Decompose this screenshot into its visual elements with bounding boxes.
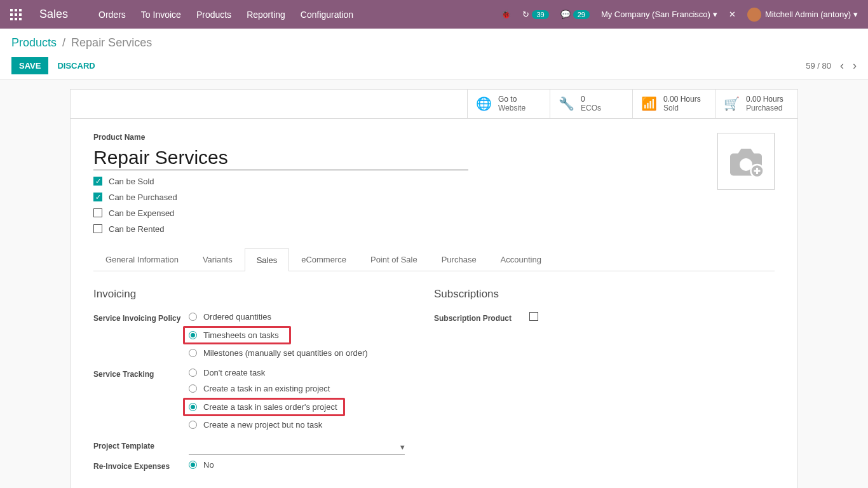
- tab-general[interactable]: General Information: [93, 248, 191, 271]
- tab-pos[interactable]: Point of Sale: [358, 248, 430, 271]
- radio-timesheets[interactable]: [189, 331, 197, 339]
- main-navbar: Sales Orders To Invoice Products Reporti…: [0, 0, 868, 29]
- radio-so-project[interactable]: [189, 403, 197, 411]
- messages-icon[interactable]: 💬29: [560, 10, 590, 19]
- nav-reporting[interactable]: Reporting: [247, 10, 285, 20]
- stat-bar: 🌐Go toWebsite 🔧0ECOs 📶0.00 HoursSold 🛒0.…: [71, 90, 797, 119]
- product-image-placeholder[interactable]: [717, 133, 775, 190]
- cart-icon: 🛒: [723, 96, 740, 111]
- breadcrumb-current: Repair Services: [71, 36, 152, 49]
- radio-new-project[interactable]: [189, 421, 197, 429]
- radio-milestones[interactable]: [189, 349, 197, 357]
- avatar: [747, 8, 761, 22]
- globe-icon: 🌐: [475, 96, 492, 111]
- apps-icon[interactable]: [10, 9, 22, 20]
- bars-icon: 📶: [641, 96, 657, 111]
- app-brand[interactable]: Sales: [39, 8, 68, 21]
- pager-next-icon[interactable]: ›: [853, 59, 857, 72]
- radio-reinvoice-no[interactable]: [189, 461, 197, 469]
- bug-icon[interactable]: 🐞: [501, 10, 511, 19]
- breadcrumb-root[interactable]: Products: [11, 36, 57, 49]
- subscription-product-label: Subscription Product: [434, 312, 529, 323]
- can-purchased-label: Can be Purchased: [109, 193, 177, 202]
- radio-no-task[interactable]: [189, 369, 197, 377]
- radio-existing-project[interactable]: [189, 384, 197, 393]
- settings-icon[interactable]: ✕: [729, 10, 736, 19]
- control-panel: Products / Repair Services SAVE DISCARD …: [0, 29, 868, 80]
- checkbox-can-expensed[interactable]: [93, 208, 102, 217]
- activities-icon[interactable]: ↻39: [522, 10, 548, 19]
- stat-website[interactable]: 🌐Go toWebsite: [467, 90, 550, 118]
- tab-ecommerce[interactable]: eCommerce: [289, 248, 358, 271]
- tab-sales[interactable]: Sales: [245, 248, 290, 271]
- wrench-icon: 🔧: [558, 96, 574, 111]
- can-sold-label: Can be Sold: [109, 177, 154, 186]
- product-name-label: Product Name: [93, 133, 717, 142]
- tab-variants[interactable]: Variants: [191, 248, 245, 271]
- project-template-select[interactable]: ▾: [189, 440, 405, 455]
- tab-purchase[interactable]: Purchase: [430, 248, 489, 271]
- stat-ecos[interactable]: 🔧0ECOs: [550, 90, 632, 118]
- pager: 59 / 80 ‹ ›: [806, 59, 857, 72]
- reinvoice-label: Re-Invoice Expenses: [93, 460, 189, 476]
- save-button[interactable]: SAVE: [11, 57, 48, 74]
- checkbox-can-purchased[interactable]: [93, 193, 102, 201]
- camera-icon: [727, 146, 765, 177]
- invoicing-title: Invoicing: [93, 288, 434, 301]
- tabs: General Information Variants Sales eComm…: [93, 248, 775, 271]
- company-switch[interactable]: My Company (San Francisco)▾: [601, 10, 717, 19]
- tab-accounting[interactable]: Accounting: [489, 248, 553, 271]
- stat-sold[interactable]: 📶0.00 HoursSold: [632, 90, 715, 118]
- pager-text: 59 / 80: [806, 61, 831, 71]
- checkbox-can-sold[interactable]: [93, 177, 102, 186]
- nav-configuration[interactable]: Configuration: [301, 10, 353, 20]
- checkbox-can-rented[interactable]: [93, 224, 102, 233]
- discard-button[interactable]: DISCARD: [57, 61, 95, 71]
- pager-prev-icon[interactable]: ‹: [840, 59, 844, 72]
- stat-purchased[interactable]: 🛒0.00 HoursPurchased: [715, 90, 797, 118]
- checkbox-subscription[interactable]: [529, 312, 538, 321]
- nav-orders[interactable]: Orders: [98, 10, 126, 20]
- breadcrumb: Products / Repair Services: [11, 36, 857, 50]
- nav-products[interactable]: Products: [196, 10, 231, 20]
- service-tracking-label: Service Tracking: [93, 368, 189, 436]
- subscriptions-title: Subscriptions: [434, 288, 775, 301]
- project-template-label: Project Template: [93, 440, 189, 455]
- can-rented-label: Can be Rented: [109, 224, 164, 234]
- product-name-input[interactable]: [93, 144, 468, 170]
- form-sheet: 🌐Go toWebsite 🔧0ECOs 📶0.00 HoursSold 🛒0.…: [70, 89, 798, 488]
- chevron-down-icon: ▾: [400, 442, 405, 452]
- can-expensed-label: Can be Expensed: [109, 208, 174, 218]
- service-policy-label: Service Invoicing Policy: [93, 312, 189, 364]
- nav-to-invoice[interactable]: To Invoice: [141, 10, 181, 20]
- radio-ordered-qty[interactable]: [189, 313, 197, 321]
- user-menu[interactable]: Mitchell Admin (antony)▾: [747, 8, 858, 22]
